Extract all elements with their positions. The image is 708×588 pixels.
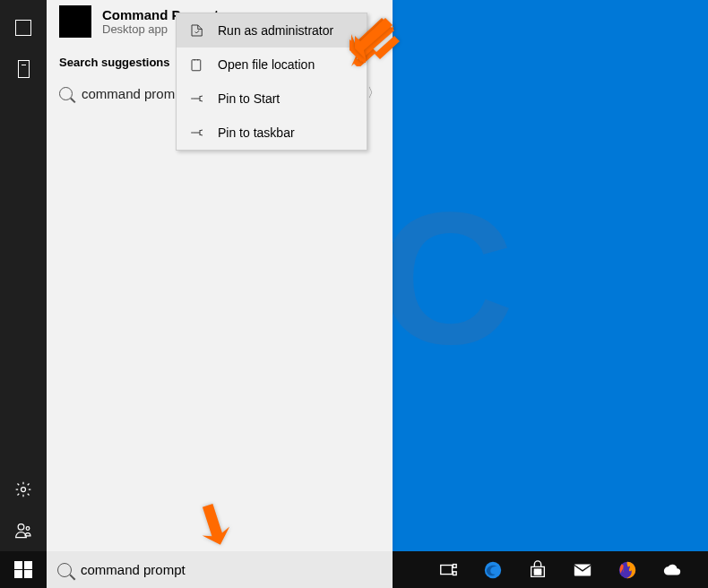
ctx-item-label: Pin to Start [218, 91, 280, 106]
edge-icon[interactable] [482, 559, 504, 581]
ctx-open-file-location[interactable]: Open file location [177, 48, 367, 82]
search-icon [59, 87, 73, 100]
context-menu: Run as administrator Open file location … [176, 13, 367, 151]
chevron-right-icon[interactable]: 〉 [367, 85, 380, 101]
ctx-run-as-admin[interactable]: Run as administrator [177, 13, 367, 48]
svg-rect-11 [538, 572, 540, 575]
ctx-item-label: Run as administrator [218, 23, 333, 38]
ctx-pin-to-taskbar[interactable]: Pin to taskbar [177, 116, 367, 150]
svg-rect-4 [441, 565, 453, 574]
svg-point-2 [26, 527, 30, 531]
ctx-item-label: Open file location [218, 57, 315, 72]
command-prompt-icon [59, 5, 91, 38]
firefox-icon[interactable] [617, 559, 638, 581]
search-input[interactable] [81, 562, 382, 577]
svg-rect-6 [453, 571, 457, 575]
windows-logo-icon [14, 561, 32, 579]
user-icon[interactable] [0, 510, 47, 551]
search-icon [57, 563, 72, 577]
svg-rect-3 [192, 60, 201, 71]
store-icon[interactable] [527, 559, 548, 581]
rail-apps-icon[interactable] [0, 7, 47, 48]
taskview-icon[interactable] [437, 559, 459, 581]
start-button[interactable] [0, 551, 47, 588]
svg-rect-10 [534, 572, 537, 575]
svg-rect-12 [574, 564, 591, 575]
mail-icon[interactable] [572, 559, 593, 581]
svg-point-1 [18, 524, 24, 531]
shield-icon [189, 22, 205, 39]
start-rail [0, 0, 47, 551]
taskbar [0, 551, 708, 588]
suggestion-text: command prompt [82, 86, 186, 101]
svg-rect-5 [453, 564, 457, 567]
pin-icon [189, 91, 205, 107]
settings-icon[interactable] [0, 469, 47, 510]
taskbar-tray [393, 559, 708, 581]
taskbar-search[interactable] [47, 551, 393, 588]
onedrive-icon[interactable] [661, 559, 683, 581]
pin-icon [189, 125, 205, 141]
rail-devices-icon[interactable] [0, 48, 47, 90]
svg-rect-8 [534, 569, 537, 572]
svg-rect-9 [538, 569, 540, 572]
folder-icon [189, 56, 205, 73]
svg-point-0 [22, 488, 26, 492]
ctx-pin-to-start[interactable]: Pin to Start [177, 82, 367, 116]
ctx-item-label: Pin to taskbar [218, 125, 295, 140]
